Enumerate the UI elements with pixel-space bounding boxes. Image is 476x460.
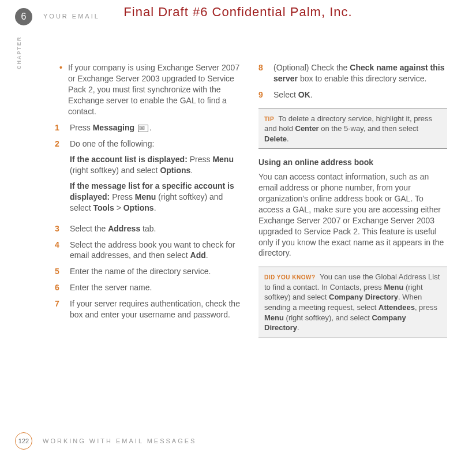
step-number: 9 — [258, 89, 265, 100]
bullet-item: • If your company is using Exchange Serv… — [55, 62, 243, 117]
text: Press — [70, 123, 93, 132]
bold-text: Options — [123, 203, 154, 212]
step-text: If your server requires authentication, … — [70, 298, 243, 320]
text: on the 5-way, and then select — [319, 124, 418, 133]
text: Select — [273, 90, 298, 99]
text: (right softkey), and select — [284, 313, 372, 322]
left-column: • If your company is using Exchange Serv… — [55, 62, 243, 420]
text: Press — [110, 192, 135, 201]
bullet-text: If your company is using Exchange Server… — [68, 62, 243, 117]
text: box to enable this directory service. — [298, 74, 426, 83]
tip-label: TIP — [264, 116, 274, 122]
step-9: 9 Select OK. — [258, 89, 447, 100]
bold-text: Menu — [384, 283, 403, 291]
messaging-icon — [138, 125, 148, 132]
page-number-badge: 122 — [15, 432, 32, 450]
sub-option-b: If the message list for a specific accou… — [70, 181, 243, 214]
step-4: 4 Select the address book you want to ch… — [55, 240, 243, 261]
bold-text: Company Directory — [329, 293, 398, 301]
text: . — [287, 134, 289, 143]
step-number: 4 — [55, 240, 62, 261]
header-title: YOUR EMAIL — [43, 13, 100, 20]
step-3: 3 Select the Address tab. — [55, 223, 243, 234]
bold-text: Options — [160, 166, 190, 175]
text: . — [190, 166, 193, 175]
bold-text: Messaging — [93, 123, 134, 132]
step-2: 2 Do one of the following: If the accoun… — [55, 139, 243, 218]
step-number: 6 — [55, 282, 62, 293]
text: Select the address book you want to chec… — [70, 240, 235, 260]
step-number: 3 — [55, 223, 62, 234]
step-body: Do one of the following: If the account … — [70, 139, 243, 218]
step-text: Press Messaging . — [70, 122, 152, 133]
bold-text: Center — [295, 124, 319, 133]
text: . — [297, 323, 299, 332]
text: . — [310, 90, 313, 99]
bold-text: Address — [108, 224, 140, 233]
step-number: 8 — [258, 62, 265, 84]
bold-text: Add — [190, 250, 206, 260]
text — [134, 123, 137, 132]
bold-text: Menu — [264, 313, 284, 322]
text: tab. — [140, 224, 156, 233]
section-heading: Using an online address book — [258, 157, 447, 168]
footer: 122 WORKING WITH EMAIL MESSAGES — [15, 432, 196, 450]
step-number: 1 — [55, 122, 62, 133]
bold-text: Tools — [93, 203, 114, 212]
text: (Optional) Check the — [273, 63, 350, 72]
text: , press — [415, 303, 437, 312]
step-7: 7 If your server requires authentication… — [55, 298, 243, 320]
right-column: 8 (Optional) Check the Check name agains… — [258, 62, 447, 420]
step-text: Enter the name of the directory service. — [70, 266, 211, 277]
section-paragraph: You can access contact information, such… — [258, 171, 447, 259]
text: . — [206, 250, 208, 260]
content-area: • If your company is using Exchange Serv… — [55, 62, 447, 420]
bold-text: Delete — [264, 134, 287, 143]
step-number: 5 — [55, 266, 62, 277]
chapter-side-label: CHAPTER — [16, 36, 22, 69]
text: > — [114, 203, 123, 212]
step-text: Select OK. — [273, 89, 313, 100]
text: (right softkey) and select — [70, 166, 160, 175]
text: . — [154, 203, 156, 212]
step-text: Do one of the following: — [70, 139, 243, 149]
bullet-dot-icon: • — [59, 62, 62, 117]
step-text: (Optional) Check the Check name against … — [273, 62, 447, 84]
step-number: 7 — [55, 298, 62, 320]
step-text: Select the Address tab. — [70, 223, 156, 234]
text: Select the — [70, 224, 108, 233]
step-1: 1 Press Messaging . — [55, 122, 243, 133]
sub-option-a: If the account list is displayed: Press … — [70, 154, 243, 176]
tip-box: TIP To delete a directory service, highl… — [258, 109, 447, 149]
footer-title: WORKING WITH EMAIL MESSAGES — [43, 437, 196, 444]
bold-text: Menu — [212, 155, 234, 164]
dyk-label: DID YOU KNOW? — [264, 274, 316, 281]
text: Press — [188, 155, 213, 164]
chapter-number-badge: 6 — [15, 8, 32, 25]
bold-text: Menu — [135, 192, 156, 201]
did-you-know-box: DID YOU KNOW? You can use the Global Add… — [258, 267, 447, 338]
bold-text: If the account list is displayed: — [70, 155, 188, 164]
step-6: 6 Enter the server name. — [55, 282, 243, 293]
bold-text: Attendees — [378, 303, 415, 312]
step-5: 5 Enter the name of the directory servic… — [55, 266, 243, 277]
bold-text: OK — [298, 90, 310, 99]
step-text: Select the address book you want to chec… — [70, 240, 243, 261]
step-text: Enter the server name. — [70, 282, 152, 293]
step-8: 8 (Optional) Check the Check name agains… — [258, 62, 447, 84]
step-number: 2 — [55, 139, 62, 218]
